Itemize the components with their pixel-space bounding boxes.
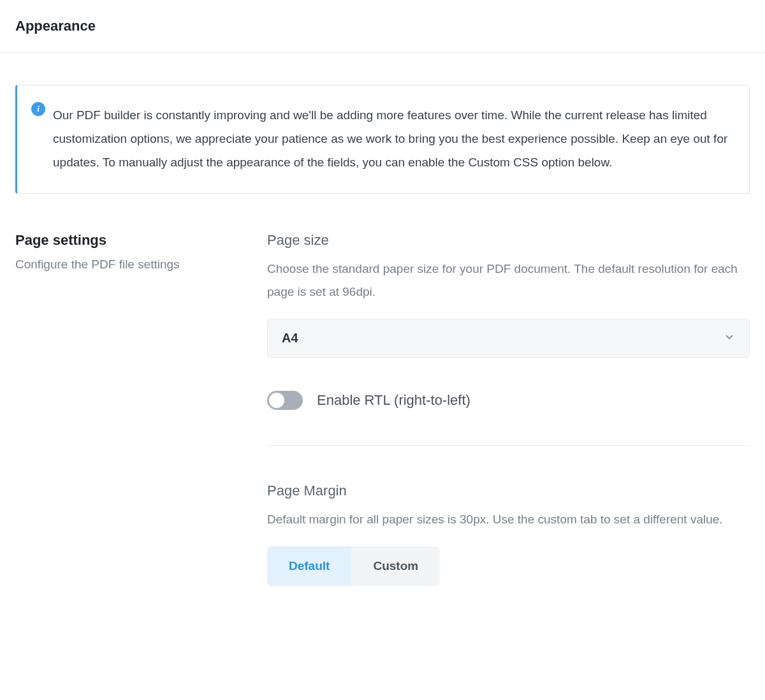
settings-row: Page settings Configure the PDF file set…	[15, 232, 750, 586]
info-notice-text: Our PDF builder is constantly improving …	[53, 103, 730, 174]
page-size-description: Choose the standard paper size for your …	[267, 258, 750, 303]
info-icon: i	[31, 102, 45, 116]
appearance-content: i Our PDF builder is constantly improvin…	[0, 53, 765, 624]
page-settings-sidebar: Page settings Configure the PDF file set…	[15, 232, 267, 272]
appearance-header: Appearance	[0, 0, 765, 53]
rtl-toggle-label: Enable RTL (right-to-left)	[317, 392, 470, 409]
rtl-toggle-row: Enable RTL (right-to-left)	[267, 391, 750, 410]
rtl-toggle[interactable]	[267, 391, 303, 410]
page-size-selected-value: A4	[282, 331, 298, 346]
page-settings-subtitle: Configure the PDF file settings	[15, 258, 267, 272]
page-margin-heading: Page Margin	[267, 483, 750, 499]
page-title: Appearance	[15, 18, 750, 34]
page-settings-fields: Page size Choose the standard paper size…	[267, 232, 750, 586]
page-size-heading: Page size	[267, 232, 750, 249]
tab-custom[interactable]: Custom	[351, 546, 440, 586]
chevron-down-icon	[724, 332, 735, 346]
info-notice: i Our PDF builder is constantly improvin…	[15, 85, 750, 194]
page-settings-title: Page settings	[15, 232, 267, 249]
rtl-toggle-handle	[269, 393, 284, 408]
section-divider	[267, 445, 750, 446]
tab-default[interactable]: Default	[267, 546, 351, 586]
page-size-select[interactable]: A4	[267, 319, 750, 358]
page-margin-tabs: Default Custom	[267, 546, 440, 586]
page-margin-description: Default margin for all paper sizes is 30…	[267, 508, 750, 531]
